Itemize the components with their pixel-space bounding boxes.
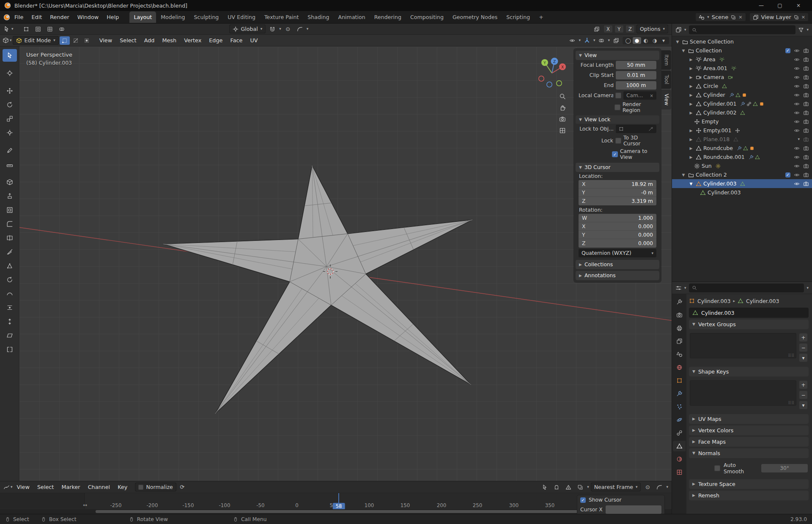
tool-rip-region[interactable] (3, 343, 17, 356)
expand-icon[interactable]: ▶ (688, 111, 694, 115)
expand-icon[interactable]: ▶ (688, 66, 694, 71)
to-3d-cursor-checkbox[interactable] (615, 138, 621, 144)
edge-select-mode-button[interactable] (71, 36, 81, 45)
disable-render-icon[interactable] (803, 172, 809, 178)
tool-smooth[interactable] (3, 287, 17, 300)
disable-render-icon[interactable] (803, 101, 809, 107)
editor-type-chevron-icon[interactable]: ▾ (10, 38, 12, 42)
outliner-row[interactable]: ▶ Area (672, 55, 812, 64)
disable-render-icon[interactable] (803, 154, 809, 160)
normalize-checkbox[interactable] (138, 485, 143, 490)
expand-icon[interactable]: ▶ (688, 93, 694, 97)
outliner-row[interactable]: ▶ Cylinder (672, 90, 812, 99)
outliner-row[interactable]: ▶ Empty.001 (672, 126, 812, 135)
options-dropdown[interactable]: Options ▾ (636, 25, 668, 33)
mirror-z-toggle[interactable]: Z (625, 25, 635, 33)
add-workspace-button[interactable]: + (535, 11, 548, 23)
workspace-tab-scripting[interactable]: Scripting (502, 11, 534, 23)
rendered-shading-button[interactable]: ◑ (650, 37, 659, 44)
select-mode-new-button[interactable] (21, 25, 31, 33)
hide-eye-icon[interactable] (794, 154, 800, 160)
menu-help[interactable]: Help (103, 12, 123, 22)
falloff-chevron-icon[interactable]: ▾ (307, 27, 309, 31)
camera-view-icon[interactable] (559, 116, 566, 123)
tab-output[interactable] (673, 323, 686, 333)
gizmos-toggle[interactable] (582, 36, 592, 45)
rotation-x-field[interactable]: X0.000 (579, 222, 656, 231)
face-maps-header[interactable]: ▶ Face Maps (689, 437, 809, 447)
disable-render-icon[interactable] (803, 145, 809, 151)
tool-measure[interactable] (3, 158, 17, 171)
maximize-button[interactable]: ▢ (771, 1, 789, 10)
editor-type-chevron-icon[interactable]: ▾ (684, 286, 686, 290)
disable-render-icon[interactable] (803, 57, 809, 63)
render-region-checkbox[interactable] (614, 104, 620, 110)
expand-icon[interactable]: ▶ (688, 155, 694, 159)
disable-render-icon[interactable] (803, 163, 809, 169)
tool-select-box[interactable] (3, 49, 17, 62)
select-mode-extend-button[interactable] (33, 25, 43, 33)
menu-file[interactable]: File (11, 12, 27, 22)
disable-render-icon[interactable] (803, 83, 809, 89)
expand-icon[interactable]: ▶ (688, 137, 694, 142)
copy-icon[interactable] (794, 15, 799, 20)
outliner-row[interactable]: ▶ Cylinder.001 (672, 99, 812, 108)
hide-eye-icon[interactable] (794, 92, 800, 98)
tab-texture[interactable] (673, 467, 686, 478)
collections-section-header[interactable]: ▶ Collections (576, 260, 659, 269)
tool-shear[interactable] (3, 329, 17, 342)
active-tool-icon[interactable] (3, 26, 10, 32)
outliner-row[interactable]: ▶ Camera (672, 73, 812, 82)
focal-length-field[interactable]: 50 mm (616, 61, 656, 69)
tab-world[interactable] (673, 362, 686, 373)
overlays-chevron-icon[interactable]: ▾ (608, 38, 610, 42)
proportional-falloff-button[interactable] (295, 25, 305, 33)
mirror-y-toggle[interactable]: Y (614, 25, 624, 33)
rotation-mode-dropdown[interactable]: Quaternion (WXYZ) ▾ (579, 249, 656, 257)
hide-eye-icon[interactable] (794, 48, 800, 54)
filter-chevron-icon[interactable]: ▾ (807, 286, 809, 290)
resize-grip-icon[interactable]: ⠿⠿ (788, 401, 794, 405)
expand-icon[interactable]: ▶ (688, 84, 694, 88)
cursor-x-field[interactable] (606, 505, 661, 514)
disable-render-icon[interactable] (803, 66, 809, 71)
hide-eye-icon[interactable] (794, 163, 800, 169)
tab-view-layer[interactable] (673, 336, 686, 347)
tool-rotate[interactable] (3, 98, 17, 111)
disable-render-icon[interactable] (803, 110, 809, 116)
tool-loop-cut[interactable] (3, 232, 17, 244)
tab-physics[interactable] (673, 415, 686, 425)
transform-orientation-dropdown[interactable]: Global ▾ (229, 25, 266, 33)
tool-transform[interactable] (3, 126, 17, 139)
clip-end-field[interactable]: 1000 m (616, 81, 656, 90)
navigation-gizmo[interactable]: Y Z X (536, 57, 568, 88)
hide-eye-icon[interactable] (794, 145, 800, 151)
copy-keyframes-button[interactable] (575, 483, 585, 491)
auto-smooth-checkbox[interactable] (714, 465, 720, 471)
gizmos-chevron-icon[interactable]: ▾ (593, 38, 595, 42)
editor-type-icon[interactable] (3, 484, 10, 490)
outliner-row[interactable]: ▶ Circle (672, 82, 812, 90)
timeline-scrollbar[interactable] (96, 510, 578, 513)
outliner-row[interactable]: ▶ Cylinder.002 (672, 108, 812, 117)
close-button[interactable]: × (789, 1, 808, 10)
hide-eye-icon[interactable] (794, 66, 800, 71)
workspace-tab-shading[interactable]: Shading (303, 11, 333, 23)
add-vertex-group-button[interactable]: + (799, 333, 808, 342)
hide-eye-icon[interactable] (794, 101, 800, 107)
breadcrumb-data[interactable]: Cylinder.003 (746, 298, 779, 304)
editor-type-chevron-icon[interactable]: ▾ (684, 28, 686, 32)
tab-render[interactable] (673, 310, 686, 320)
menu-key[interactable]: Key (114, 482, 131, 492)
normalize-refresh-button[interactable]: ⟳ (177, 483, 187, 491)
hide-eye-icon[interactable] (794, 172, 800, 178)
hide-eye-icon[interactable] (794, 83, 800, 89)
menu-marker[interactable]: Marker (58, 482, 83, 492)
shading-chevron-icon[interactable]: ▾ (659, 38, 668, 44)
menu-mesh[interactable]: Mesh (159, 35, 180, 45)
clip-start-field[interactable]: 0.01 m (616, 71, 656, 79)
menu-view[interactable]: View (14, 482, 33, 492)
workspace-tab-sculpting[interactable]: Sculpting (190, 11, 223, 23)
tool-annotate[interactable] (3, 144, 17, 157)
rotation-z-field[interactable]: Z0.000 (579, 239, 656, 248)
